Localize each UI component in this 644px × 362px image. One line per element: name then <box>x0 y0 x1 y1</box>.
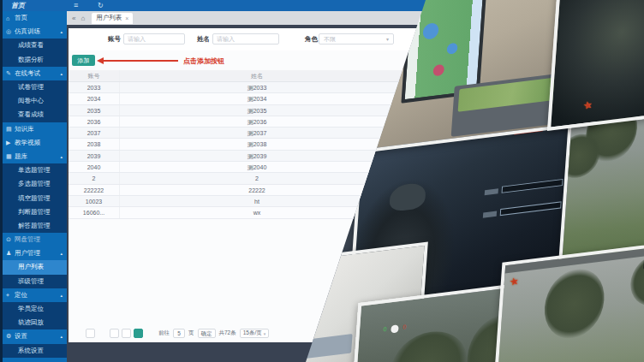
login-password-label <box>483 211 497 218</box>
confirm-button[interactable]: 确定 <box>198 329 216 338</box>
sidebar-item-data-analysis[interactable]: 数据分析 <box>0 53 67 67</box>
pager-page-5[interactable] <box>134 329 143 338</box>
cell-name: 测2036 <box>120 116 394 127</box>
home-tab-icon[interactable]: ⌂ <box>80 15 85 22</box>
sidebar-item-icon: ⊙ <box>6 236 15 243</box>
cell-account: 2038 <box>69 139 120 149</box>
cell-account: 2039 <box>69 151 120 161</box>
login-account-label <box>485 188 498 195</box>
sidebar-item-label: 阅卷中心 <box>18 97 44 105</box>
sidebar-item-student-positioning[interactable]: 学员定位 <box>0 302 67 316</box>
sidebar-item-system-settings[interactable]: 系统设置 <box>0 344 67 358</box>
refresh-icon[interactable]: ↻ <box>98 1 104 10</box>
sidebar-group-positioning[interactable]: ⌖ 定位 ▴ <box>0 288 67 302</box>
add-button[interactable]: 添加 <box>72 55 95 66</box>
cell-name: 22222 <box>120 185 394 195</box>
pagination: 前往 页 确定 共72条 15条/页 ▾ <box>74 329 269 338</box>
sidebar-item-paper-management[interactable]: 试卷管理 <box>0 80 67 94</box>
sidebar-item-label: 用户列表 <box>18 263 44 271</box>
page-word: 页 <box>188 329 194 337</box>
sidebar-group-question-bank[interactable]: ▦ 题库 ▴ <box>0 150 67 163</box>
name-filter-input[interactable] <box>212 33 279 45</box>
sidebar-item-icon: ⌖ <box>6 292 15 299</box>
sidebar-group-online-exam[interactable]: ✎ 在线考试 ▴ <box>0 67 67 80</box>
cell-name: 测2034 <box>120 93 394 104</box>
role-select-value: 不限 <box>324 35 336 44</box>
name-filter-label: 姓名 <box>197 35 210 44</box>
sidebar-item-label: 试卷管理 <box>18 83 44 92</box>
sidebar-item-fill-blank[interactable]: 填空题管理 <box>0 191 67 205</box>
sidebar-item-teaching-videos[interactable]: ▶ 教学视频 <box>0 136 67 150</box>
hamburger-menu-icon[interactable]: ≡ <box>74 1 78 10</box>
soldier-closeup-card <box>547 0 644 131</box>
cell-account: 2036 <box>69 116 120 127</box>
sidebar-item-label: 多选题管理 <box>18 180 51 188</box>
close-tab-icon[interactable]: × <box>125 15 128 21</box>
sidebar-item-score-view[interactable]: 成绩查看 <box>0 39 67 52</box>
total-count: 共72条 <box>219 329 236 337</box>
sidebar-item-single-choice[interactable]: 单选题管理 <box>0 163 67 177</box>
role-select[interactable]: 不限 ▾ <box>319 33 394 45</box>
cell-account: 2040 <box>69 162 120 172</box>
score-left: 0 <box>383 325 387 335</box>
sidebar-group-user-management[interactable]: ♟ 用户管理 ▴ <box>0 246 67 260</box>
cell-account: 2 <box>69 173 120 183</box>
sidebar-item-essay-question[interactable]: 解答题管理 <box>0 219 67 233</box>
tab-user-list[interactable]: 用户列表 × <box>92 13 133 24</box>
sidebar-item-label: 网盘管理 <box>15 235 40 244</box>
account-filter-input[interactable] <box>123 33 185 45</box>
sidebar-item-true-false[interactable]: 判断题管理 <box>0 205 67 219</box>
sidebar-item-knowledge-base[interactable]: ▤ 知识库 <box>0 122 67 136</box>
sidebar-item-marking-center[interactable]: 阅卷中心 <box>0 94 67 108</box>
sidebar-item-user-list[interactable]: 用户列表 <box>0 260 67 274</box>
sidebar-item-class-management[interactable]: 班级管理 <box>0 275 67 288</box>
sidebar-item-label: 教学视频 <box>15 139 40 147</box>
sidebar-item-label: 在线考试 <box>15 69 40 78</box>
sidebar: ⌂ 首页 ◎ 仿真训练 ▴ 成绩查看 数据分析 ✎ 在线考 <box>0 11 67 362</box>
column-header-name: 姓名 <box>120 70 394 81</box>
tab-label: 用户列表 <box>96 14 122 22</box>
cell-account: 2033 <box>69 82 120 92</box>
sidebar-group-settings[interactable]: ⚙ 设置 ▴ <box>0 329 67 343</box>
pager-page-3[interactable] <box>110 329 119 338</box>
pager-ellipsis[interactable] <box>98 329 107 338</box>
sidebar-item-label: 学员定位 <box>18 305 44 313</box>
account-filter-label: 账号 <box>108 35 121 44</box>
caret-up-icon: ▴ <box>60 251 63 256</box>
cell-account: 16060... <box>69 207 120 217</box>
screenshot-stage: 军事地形学虚拟仿真训练系统 0 0 0 <box>0 0 644 362</box>
pager-page-1[interactable] <box>86 329 95 338</box>
role-filter-label: 角色 <box>305 35 318 44</box>
cell-name: 测2035 <box>120 105 394 116</box>
cell-name: 2 <box>120 173 394 183</box>
sidebar-item-track-playback[interactable]: 轨迹回放 <box>0 316 67 329</box>
sidebar-item-icon: ✎ <box>6 70 15 77</box>
sidebar-group-simulation-training[interactable]: ◎ 仿真训练 ▴ <box>0 25 67 39</box>
annotation-arrow-line <box>103 60 178 62</box>
sidebar-item-label: 班级管理 <box>18 277 44 286</box>
pager-page-4[interactable] <box>122 329 131 338</box>
annotation-text: 点击添加按钮 <box>183 56 224 66</box>
cell-account: 10023 <box>69 196 120 206</box>
sidebar-item-icon: ⚙ <box>6 333 15 340</box>
pager-next[interactable] <box>146 329 155 338</box>
page-size-select[interactable]: 15条/页 ▾ <box>240 329 270 338</box>
sidebar-item-view-scores[interactable]: 查看成绩 <box>0 108 67 122</box>
sidebar-item-label: 判断题管理 <box>18 208 51 217</box>
sidebar-item-netdisk-management[interactable]: ⊙ 网盘管理 <box>0 233 67 246</box>
collapse-sidebar-icon[interactable]: « <box>72 15 75 22</box>
goto-page-input[interactable] <box>173 329 185 338</box>
sidebar-item-icon: ♟ <box>6 250 15 257</box>
sidebar-item-label: 仿真训练 <box>15 27 40 36</box>
sidebar-item-home[interactable]: ⌂ 首页 <box>0 11 67 25</box>
sidebar-item-icon: ◎ <box>6 28 15 35</box>
pager-prev[interactable] <box>74 329 83 338</box>
sidebar-item-label: 查看成绩 <box>18 110 44 119</box>
sidebar-item-label: 解答题管理 <box>18 222 51 230</box>
chevron-down-icon: ▾ <box>264 331 266 336</box>
sidebar-item-label: 数据分析 <box>18 56 44 64</box>
page-size-value: 15条/页 <box>243 329 262 337</box>
sidebar-item-icon: ▦ <box>6 153 15 160</box>
sidebar-item-icon: ▶ <box>6 139 15 146</box>
sidebar-item-multi-choice[interactable]: 多选题管理 <box>0 177 67 191</box>
